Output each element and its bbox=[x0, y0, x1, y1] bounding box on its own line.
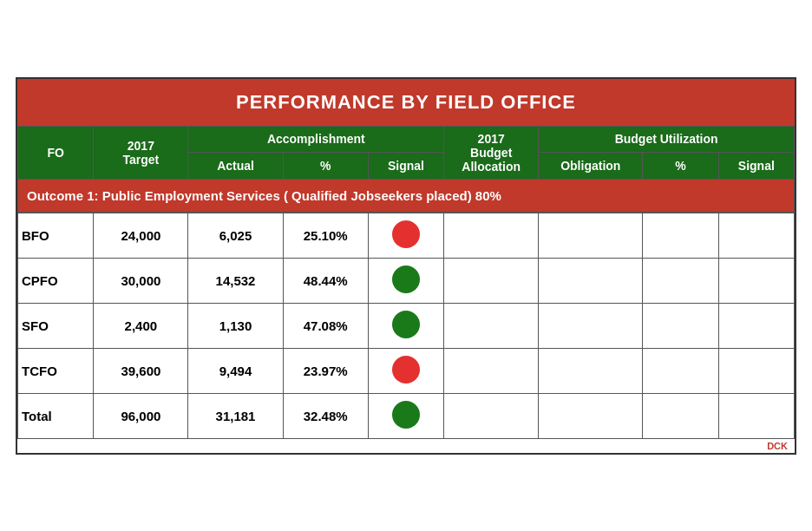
outcome-row: Outcome 1: Public Employment Services ( … bbox=[18, 179, 795, 212]
table-row: BFO24,0006,02525.10% bbox=[18, 213, 795, 258]
table-row: SFO2,4001,13047.08% bbox=[18, 303, 795, 348]
page-title: PERFORMANCE BY FIELD OFFICE bbox=[17, 79, 795, 126]
signal-circle bbox=[392, 401, 420, 429]
header-signal2: Signal bbox=[718, 153, 794, 180]
footer-label: DCK bbox=[17, 439, 795, 453]
header-obligation: Obligation bbox=[539, 153, 643, 180]
header-fo: FO bbox=[18, 126, 94, 179]
table-row: CPFO30,00014,53248.44% bbox=[18, 258, 795, 303]
signal-circle bbox=[392, 220, 420, 248]
outcome-label: Outcome 1: Public Employment Services ( … bbox=[18, 179, 795, 212]
header-pct2: % bbox=[643, 153, 718, 180]
table-row: TCFO39,6009,49423.97% bbox=[18, 348, 795, 393]
header-pct: % bbox=[283, 153, 368, 180]
header-accomplishment: Accomplishment bbox=[188, 126, 444, 153]
header-budget: 2017 Budget Allocation bbox=[444, 126, 539, 179]
header-target: 2017 Target bbox=[94, 126, 188, 179]
signal-circle bbox=[392, 311, 420, 338]
table-row: Total96,00031,18132.48% bbox=[18, 393, 795, 438]
header-actual: Actual bbox=[188, 153, 283, 180]
header-budget-utilization: Budget Utilization bbox=[539, 126, 795, 153]
signal-circle bbox=[392, 266, 420, 293]
header-signal: Signal bbox=[368, 153, 443, 180]
signal-circle bbox=[392, 356, 420, 384]
